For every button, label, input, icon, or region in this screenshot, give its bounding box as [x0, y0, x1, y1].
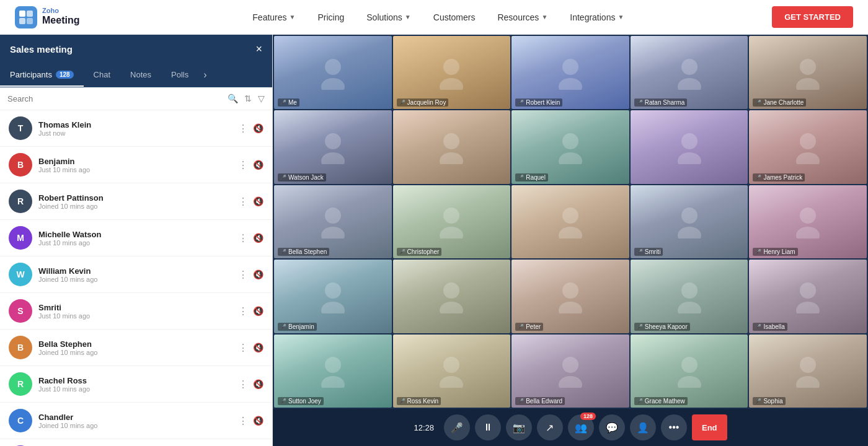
video-cell[interactable] — [512, 185, 629, 258]
svg-point-45 — [321, 376, 345, 388]
list-item: M Michelle Watson Just 10 mins ago ⋮ 🔇 — [0, 220, 272, 256]
svg-point-20 — [681, 133, 698, 149]
video-cell[interactable]: 🎤 Ross Kevin — [393, 334, 511, 408]
camera-button[interactable]: 📷 — [506, 414, 532, 440]
video-cell[interactable]: 🎤 Bella Stephen — [274, 185, 392, 258]
video-cell[interactable]: 🎤 Smriti — [631, 185, 748, 258]
end-call-button[interactable]: End — [692, 414, 727, 440]
participant-actions: ⋮ 🔇 — [238, 415, 264, 427]
participant-mute-button[interactable]: 🔇 — [253, 233, 264, 243]
video-cell[interactable]: 🎤 Watson Jack — [274, 110, 392, 183]
video-participant-label: 🎤 Bella Edward — [515, 397, 565, 405]
participant-more-button[interactable]: ⋮ — [238, 269, 248, 281]
get-started-button[interactable]: GET STARTED — [772, 6, 853, 28]
nav-pricing[interactable]: Pricing — [308, 7, 354, 27]
participant-more-button[interactable]: ⋮ — [238, 159, 248, 171]
participant-more-button[interactable]: ⋮ — [238, 415, 248, 427]
video-cell[interactable]: 🎤 Peter — [512, 260, 629, 333]
participant-mute-button[interactable]: 🔇 — [253, 306, 264, 316]
participant-more-button[interactable]: ⋮ — [238, 305, 248, 317]
video-participant-label: 🎤 Robert Klein — [515, 98, 562, 107]
svg-point-43 — [796, 302, 820, 313]
video-cell[interactable]: 🎤 Me — [274, 36, 392, 109]
search-icon[interactable]: 🔍 — [228, 94, 238, 103]
video-participant-label: 🎤 Me — [278, 98, 299, 107]
video-cell[interactable]: 🎤 James Patrick — [749, 110, 867, 183]
video-participant-label: 🎤 Ross Kevin — [397, 397, 441, 405]
participant-info: Smriti Just 10 mins ago — [38, 303, 232, 320]
participants-badge: 128 — [56, 71, 74, 79]
mic-button[interactable]: 🎤 — [444, 414, 470, 440]
participant-mute-button[interactable]: 🔇 — [253, 269, 264, 279]
video-cell[interactable] — [393, 110, 511, 183]
participant-more-button[interactable]: ⋮ — [238, 123, 248, 134]
video-participant-label: 🎤 James Patrick — [753, 173, 805, 181]
tab-chat[interactable]: Chat — [84, 64, 120, 87]
nav-resources[interactable]: Resources ▼ — [487, 7, 557, 27]
svg-point-48 — [562, 357, 578, 373]
nav-integrations[interactable]: Integrations ▼ — [560, 7, 634, 27]
participant-actions: ⋮ 🔇 — [238, 305, 264, 317]
participant-name: Chandler — [38, 413, 232, 422]
pause-button[interactable]: ⏸ — [475, 414, 501, 440]
video-cell[interactable]: 🎤 Grace Mathew — [631, 334, 748, 408]
chat-button[interactable]: 💬 — [599, 414, 625, 440]
participants-button[interactable]: 👥 128 — [568, 414, 594, 440]
filter-icon[interactable]: ▽ — [258, 94, 265, 103]
video-cell[interactable]: 🎤 Henry Liam — [749, 185, 867, 258]
video-cell[interactable]: 🎤 Ratan Sharma — [631, 36, 748, 109]
video-cell[interactable]: 🎤 Jane Charlotte — [749, 36, 867, 109]
participant-mute-button[interactable]: 🔇 — [253, 343, 264, 352]
participant-info: Michelle Watson Just 10 mins ago — [38, 230, 232, 247]
video-cell[interactable]: 🎤 Robert Klein — [512, 36, 629, 109]
video-cell[interactable]: 🎤 Christopher — [393, 185, 511, 258]
logo[interactable]: Zoho Meeting — [15, 6, 79, 28]
participant-mute-button[interactable]: 🔇 — [253, 123, 264, 133]
participant-time: Joined 10 mins ago — [38, 276, 232, 283]
panel-close-button[interactable]: × — [255, 43, 262, 55]
tab-participants[interactable]: Participants 128 — [0, 64, 84, 87]
video-cell[interactable]: 🎤 Jacquelin Roy — [393, 36, 511, 109]
nav-customers[interactable]: Customers — [423, 7, 485, 27]
svg-point-46 — [443, 357, 459, 373]
video-cell[interactable] — [631, 110, 748, 183]
video-cell[interactable]: 🎤 Benjamin — [274, 260, 392, 333]
video-participant-label: 🎤 Grace Mathew — [634, 397, 688, 405]
video-cell[interactable]: 🎤 Sophia — [749, 334, 867, 408]
svg-point-18 — [562, 133, 578, 149]
video-cell[interactable]: 🎤 Raquel — [512, 110, 629, 183]
tab-more-button[interactable]: › — [198, 63, 211, 87]
video-cell[interactable]: 🎤 Sheeya Kapoor — [631, 260, 748, 333]
tab-polls[interactable]: Polls — [161, 64, 198, 87]
video-cell[interactable]: 🎤 Bella Edward — [512, 334, 629, 408]
participant-mute-button[interactable]: 🔇 — [253, 416, 264, 426]
nav-features[interactable]: Features ▼ — [242, 7, 305, 27]
svg-point-26 — [443, 208, 459, 224]
nav-solutions[interactable]: Solutions ▼ — [356, 7, 421, 27]
add-participant-button[interactable]: 👤 — [630, 414, 656, 440]
participant-mute-button[interactable]: 🔇 — [253, 160, 264, 170]
participant-mute-button[interactable]: 🔇 — [253, 196, 264, 206]
participant-more-button[interactable]: ⋮ — [238, 378, 248, 390]
more-options-button[interactable]: ••• — [661, 414, 687, 440]
participant-more-button[interactable]: ⋮ — [238, 196, 248, 208]
participant-actions: ⋮ 🔇 — [238, 232, 264, 244]
sort-icon[interactable]: ⇅ — [244, 94, 252, 103]
svg-point-34 — [325, 282, 341, 299]
participant-more-button[interactable]: ⋮ — [238, 232, 248, 244]
participant-name: Rachel Ross — [38, 376, 232, 385]
search-input[interactable] — [7, 94, 223, 103]
video-cell[interactable]: 🎤 Isabella — [749, 260, 867, 333]
svg-point-41 — [678, 302, 701, 313]
svg-point-38 — [562, 282, 578, 299]
video-cell[interactable] — [393, 260, 511, 333]
participant-more-button[interactable]: ⋮ — [238, 342, 248, 354]
svg-point-47 — [440, 376, 463, 388]
logo-text-group: Zoho Meeting — [42, 7, 79, 26]
participant-mute-button[interactable]: 🔇 — [253, 379, 264, 389]
video-area: 🎤 Me🎤 Jacquelin Roy🎤 Robert Klein🎤 Ratan… — [273, 35, 868, 446]
tab-notes[interactable]: Notes — [120, 64, 161, 87]
video-cell[interactable]: 🎤 Sutton Joey — [274, 334, 392, 408]
share-button[interactable]: ↗ — [537, 414, 563, 440]
bottom-bar: 12:28 🎤 ⏸ 📷 ↗ 👥 128 💬 👤 ••• End — [273, 409, 868, 446]
